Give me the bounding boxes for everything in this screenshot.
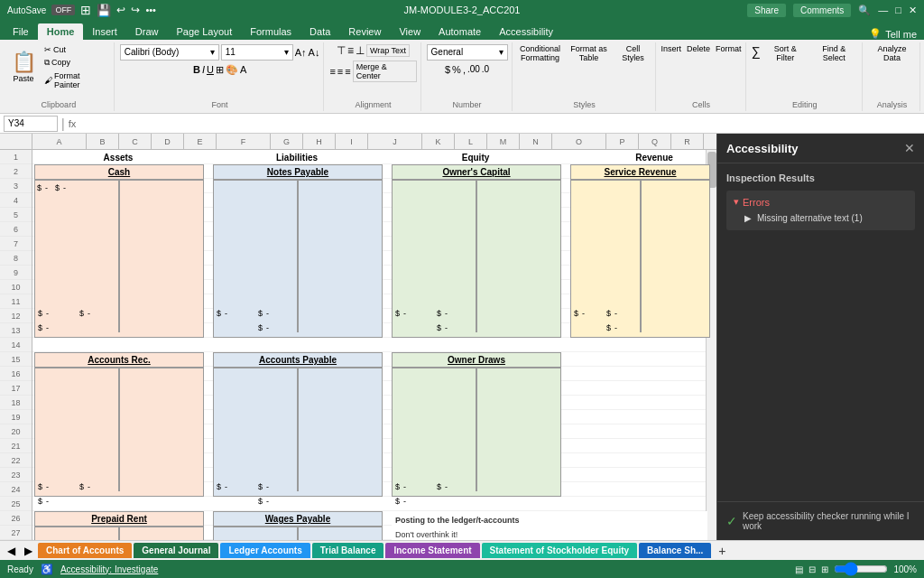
- wrap-text-button[interactable]: Wrap Text: [366, 44, 410, 57]
- tab-home[interactable]: Home: [38, 23, 84, 40]
- insert-button[interactable]: Insert: [661, 44, 682, 53]
- paste-button[interactable]: 📋 Paste: [7, 49, 40, 85]
- font-size-dropdown[interactable]: 11 ▾: [221, 44, 293, 61]
- sheet-tab-general-journal[interactable]: General Journal: [134, 543, 218, 558]
- redo-icon[interactable]: ↪: [131, 4, 140, 16]
- align-middle-icon[interactable]: ≡: [347, 44, 354, 57]
- shrink-font-button[interactable]: A↓: [309, 47, 320, 58]
- merge-center-button[interactable]: Merge & Center: [353, 61, 417, 82]
- find-select-button[interactable]: Find & Select: [810, 44, 858, 62]
- number-format-dropdown[interactable]: General ▾: [427, 44, 508, 61]
- accessibility-status[interactable]: Accessibility: Investigate: [60, 564, 158, 574]
- more-icon[interactable]: •••: [145, 5, 156, 15]
- cell-reference-box[interactable]: [4, 116, 58, 132]
- tab-file[interactable]: File: [4, 23, 38, 40]
- col-header-g: G: [271, 134, 303, 149]
- liabilities-section-label: Liabilities: [238, 150, 356, 164]
- tab-review[interactable]: Review: [339, 23, 390, 40]
- close-icon[interactable]: ✕: [909, 5, 917, 16]
- panel-close-button[interactable]: ✕: [904, 141, 915, 155]
- percent-icon[interactable]: %: [452, 64, 461, 75]
- spreadsheet-canvas[interactable]: A B C D E F G H I J K L M N O P Q R 1234…: [0, 134, 716, 540]
- align-top-icon[interactable]: ⊤: [337, 44, 346, 57]
- tab-accessibility[interactable]: Accessibility: [490, 23, 562, 40]
- sheet-tab-trial-balance[interactable]: Trial Balance: [312, 543, 384, 558]
- tell-me-label[interactable]: Tell me: [885, 29, 917, 40]
- autosave-toggle[interactable]: OFF: [51, 5, 75, 15]
- sheet-tab-income-statement[interactable]: Income Statement: [385, 543, 479, 558]
- minimize-icon[interactable]: —: [878, 5, 888, 15]
- share-button[interactable]: Share: [747, 4, 786, 17]
- tab-data[interactable]: Data: [300, 23, 339, 40]
- align-left-icon[interactable]: ≡: [329, 66, 335, 77]
- sheet-tab-balance-sheet[interactable]: Balance Sh...: [639, 543, 711, 558]
- editing-label: Editing: [792, 100, 818, 109]
- delete-button[interactable]: Delete: [687, 44, 710, 53]
- sum-button[interactable]: ∑: [752, 44, 761, 62]
- errors-header[interactable]: ▾ Errors: [734, 196, 908, 208]
- grow-font-button[interactable]: A↑: [295, 47, 307, 58]
- currency-icon[interactable]: $: [445, 64, 450, 75]
- align-center-icon[interactable]: ≡: [337, 66, 343, 77]
- font-name-dropdown[interactable]: Calibri (Body) ▾: [120, 44, 219, 61]
- sheet-tab-ledger-accounts[interactable]: Ledger Accounts: [220, 543, 310, 558]
- tab-page-layout[interactable]: Page Layout: [167, 23, 241, 40]
- layout-page-icon[interactable]: ⊟: [808, 564, 816, 574]
- bold-button[interactable]: B: [193, 64, 200, 75]
- decrease-decimal-icon[interactable]: .0: [482, 64, 489, 74]
- format-button[interactable]: Format: [716, 44, 742, 53]
- wages-payable-label: Wages Payable: [214, 512, 382, 527]
- format-painter-button[interactable]: 🖌Format Painter: [42, 70, 110, 90]
- ribbon-group-editing: ∑ Sort & Filter Find & Select Editing: [748, 42, 863, 111]
- maximize-icon[interactable]: □: [895, 5, 901, 15]
- align-right-icon[interactable]: ≡: [345, 66, 350, 77]
- next-sheet-button[interactable]: ▶: [21, 545, 36, 557]
- cell-styles-button[interactable]: Cell Styles: [615, 44, 651, 62]
- owner-draws-debit-side: [393, 368, 477, 491]
- main-area: A B C D E F G H I J K L M N O P Q R 1234…: [0, 134, 924, 540]
- prepaid-rent-credit-side: [120, 527, 203, 540]
- grid-body: 1234567891011121314151617181920212223242…: [0, 150, 716, 540]
- underline-button[interactable]: U: [207, 64, 214, 75]
- sheet-tab-stockholder-equity[interactable]: Statement of Stockholder Equity: [482, 543, 637, 558]
- tab-draw[interactable]: Draw: [126, 23, 168, 40]
- conditional-formatting-button[interactable]: Conditional Formatting: [518, 44, 563, 62]
- row-numbers: 1234567891011121314151617181920212223242…: [0, 150, 32, 540]
- analyze-data-button[interactable]: Analyze Data: [868, 44, 916, 62]
- increase-decimal-icon[interactable]: .00: [467, 64, 480, 74]
- align-bottom-icon[interactable]: ⊥: [356, 44, 365, 57]
- tab-view[interactable]: View: [390, 23, 430, 40]
- copy-button[interactable]: ⧉Copy: [42, 57, 110, 69]
- zoom-slider[interactable]: [834, 564, 888, 574]
- col-header-p: P: [606, 134, 639, 149]
- ribbon-group-styles: Conditional Formatting Format as Table C…: [514, 42, 656, 111]
- save-icon[interactable]: 💾: [97, 4, 111, 17]
- italic-button[interactable]: I: [202, 64, 205, 75]
- layout-normal-icon[interactable]: ▤: [795, 564, 803, 574]
- prev-sheet-button[interactable]: ◀: [4, 545, 19, 557]
- window-icon: ⊞: [80, 3, 91, 17]
- undo-icon[interactable]: ↩: [116, 4, 125, 16]
- font-color-icon[interactable]: A: [240, 64, 246, 75]
- tab-automate[interactable]: Automate: [430, 23, 490, 40]
- format-as-table-button[interactable]: Format as Table: [567, 44, 612, 62]
- error-item-alt-text[interactable]: ▶ Missing alternative text (1): [734, 211, 908, 225]
- sheet-tab-chart-of-accounts[interactable]: Chart of Accounts: [38, 543, 132, 558]
- function-icon[interactable]: fx: [69, 118, 77, 129]
- tab-formulas[interactable]: Formulas: [241, 23, 300, 40]
- border-icon[interactable]: ⊞: [216, 64, 224, 76]
- cut-button[interactable]: ✂Cut: [42, 44, 110, 55]
- tab-insert[interactable]: Insert: [83, 23, 126, 40]
- layout-pagebreak-icon[interactable]: ⊞: [821, 564, 828, 574]
- formula-input[interactable]: [79, 118, 920, 129]
- fill-color-icon[interactable]: 🎨: [226, 64, 238, 76]
- sort-filter-button[interactable]: Sort & Filter: [764, 44, 807, 62]
- prepaid-rent-taccount: Prepaid Rent: [34, 511, 204, 540]
- analysis-label: Analysis: [877, 100, 908, 109]
- comma-icon[interactable]: ,: [463, 64, 466, 75]
- comments-button[interactable]: Comments: [793, 4, 851, 17]
- add-sheet-button[interactable]: +: [713, 544, 731, 558]
- arrow-right-icon: ▶: [744, 213, 752, 223]
- panel-title: Accessibility: [726, 142, 799, 155]
- search-icon[interactable]: 🔍: [858, 5, 871, 16]
